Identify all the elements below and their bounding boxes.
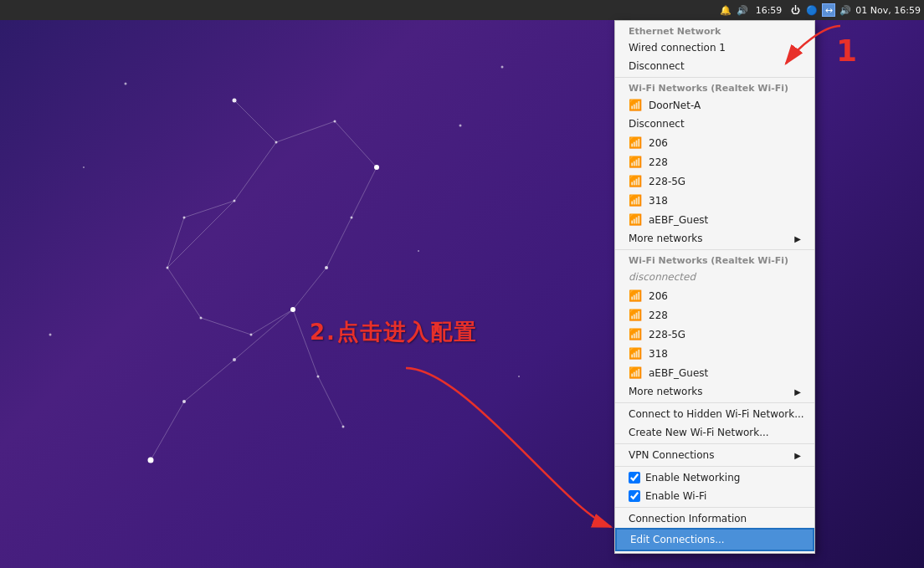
submenu-arrow-vpn: ▶ — [794, 451, 801, 460]
divider-1 — [615, 77, 814, 78]
svg-point-32 — [275, 141, 278, 144]
svg-point-30 — [518, 376, 520, 377]
constellation — [0, 0, 586, 568]
svg-line-10 — [184, 201, 234, 217]
wifi-net1-aebf[interactable]: 📶 aEBF_Guest — [615, 210, 814, 229]
svg-point-20 — [290, 307, 295, 312]
wifi-net1-206[interactable]: 📶 206 — [615, 133, 814, 152]
wifi-icon-206: 📶 — [629, 136, 642, 149]
wifi-net2-aebf[interactable]: 📶 aEBF_Guest — [615, 363, 814, 382]
submenu-arrow-1: ▶ — [794, 234, 801, 243]
svg-line-7 — [201, 318, 251, 335]
wifi-net2-228[interactable]: 📶 228 — [615, 305, 814, 325]
wifi-net2-318[interactable]: 📶 318 — [615, 344, 814, 363]
wifi-icon2-228: 📶 — [629, 309, 642, 321]
svg-line-8 — [167, 268, 201, 318]
divider-6 — [615, 507, 814, 508]
svg-line-9 — [167, 217, 184, 268]
desktop: 2.点击进入配置 🔔 🔊 16:59 ⏻ 🔵 ↔ 🔊 01 Nov, 16:59… — [0, 0, 924, 568]
svg-point-24 — [325, 266, 328, 269]
create-new-item[interactable]: Create New Wi-Fi Network... — [615, 423, 814, 442]
svg-line-4 — [326, 217, 352, 268]
svg-line-13 — [234, 310, 293, 360]
connection-info-item[interactable]: Connection Information — [615, 509, 814, 528]
svg-line-12 — [167, 201, 234, 268]
network-menu: Ethernet Network Wired connection 1 Disc… — [614, 20, 815, 554]
svg-line-0 — [234, 100, 276, 142]
enable-networking-item[interactable]: Enable Networking — [615, 468, 814, 487]
volume-icon[interactable]: 🔊 — [736, 3, 749, 17]
wifi-icon2-aebf: 📶 — [629, 366, 642, 379]
divider-2 — [615, 249, 814, 250]
disconnected-status: disconnected — [615, 268, 814, 286]
svg-point-34 — [351, 217, 353, 219]
svg-point-29 — [49, 334, 52, 336]
divider-4 — [615, 443, 814, 444]
edit-connections-item[interactable]: Edit Connections... — [615, 528, 814, 551]
svg-point-33 — [334, 120, 336, 123]
svg-line-2 — [335, 121, 377, 167]
bluetooth-icon[interactable]: 🔵 — [805, 3, 819, 17]
wifi-icon2-228-5g: 📶 — [629, 328, 642, 340]
annotation-text: 2.点击进入配置 — [310, 318, 477, 347]
svg-point-31 — [459, 125, 462, 127]
wifi-header-1: Wi-Fi Networks (Realtek Wi-Fi) — [615, 79, 814, 95]
wifi-header-2: Wi-Fi Networks (Realtek Wi-Fi) — [615, 252, 814, 268]
wifi-net2-206[interactable]: 📶 206 — [615, 286, 814, 305]
volume-icon-2[interactable]: 🔊 — [839, 3, 852, 17]
wifi-net1-318[interactable]: 📶 318 — [615, 191, 814, 210]
disconnect-2-item[interactable]: Disconnect — [615, 115, 814, 133]
wifi-net1-228-5g[interactable]: 📶 228-5G — [615, 171, 814, 191]
svg-point-25 — [125, 83, 127, 85]
doornet-item[interactable]: 📶 DoorNet-A — [615, 95, 814, 115]
svg-point-38 — [200, 317, 203, 320]
svg-line-14 — [184, 360, 234, 402]
enable-wifi-item[interactable]: Enable Wi-Fi — [615, 487, 814, 505]
wifi-icon-228: 📶 — [629, 156, 642, 168]
power-icon[interactable]: ⏻ — [788, 3, 802, 17]
svg-point-28 — [83, 166, 85, 168]
network-icon[interactable]: ↔ — [822, 3, 835, 17]
wifi-net2-228-5g[interactable]: 📶 228-5G — [615, 325, 814, 344]
wifi-signal-icon: 📶 — [629, 99, 642, 111]
enable-wifi-checkbox[interactable] — [629, 490, 640, 502]
more-networks-2[interactable]: More networks ▶ — [615, 382, 814, 401]
divider-5 — [615, 466, 814, 467]
svg-point-26 — [501, 66, 504, 69]
svg-point-37 — [234, 200, 236, 202]
svg-line-15 — [151, 402, 184, 460]
svg-line-6 — [251, 310, 293, 335]
svg-line-1 — [276, 121, 335, 142]
divider-3 — [615, 402, 814, 403]
notification-icon[interactable]: 🔔 — [719, 3, 732, 17]
svg-point-40 — [317, 376, 320, 378]
vpn-connections-item[interactable]: VPN Connections ▶ — [615, 446, 814, 464]
svg-point-22 — [182, 400, 186, 403]
svg-point-36 — [183, 217, 186, 219]
svg-line-11 — [234, 142, 276, 201]
enable-networking-checkbox[interactable] — [629, 472, 640, 484]
wifi-net1-228[interactable]: 📶 228 — [615, 152, 814, 171]
svg-line-3 — [352, 167, 377, 217]
taskbar-time: 16:59 — [756, 5, 783, 16]
taskbar-date: 01 Nov, 16:59 — [855, 5, 921, 16]
wifi-icon-aebf: 📶 — [629, 213, 642, 226]
submenu-arrow-2: ▶ — [794, 387, 801, 397]
svg-point-35 — [167, 267, 169, 269]
wifi-icon2-318: 📶 — [629, 347, 642, 360]
svg-point-41 — [342, 426, 345, 428]
svg-point-23 — [233, 358, 236, 361]
wifi-icon-318: 📶 — [629, 194, 642, 207]
taskbar: 🔔 🔊 16:59 ⏻ 🔵 ↔ 🔊 01 Nov, 16:59 — [0, 0, 924, 20]
svg-point-39 — [250, 334, 253, 336]
wifi-icon2-206: 📶 — [629, 289, 642, 302]
svg-point-19 — [374, 165, 379, 170]
wifi-icon-228-5g: 📶 — [629, 175, 642, 187]
svg-point-27 — [418, 250, 419, 252]
connect-hidden-item[interactable]: Connect to Hidden Wi-Fi Network... — [615, 405, 814, 423]
svg-point-18 — [233, 99, 237, 103]
more-networks-1[interactable]: More networks ▶ — [615, 229, 814, 248]
arrow-to-menu — [398, 360, 624, 552]
svg-point-21 — [148, 458, 154, 463]
svg-line-17 — [318, 376, 343, 427]
